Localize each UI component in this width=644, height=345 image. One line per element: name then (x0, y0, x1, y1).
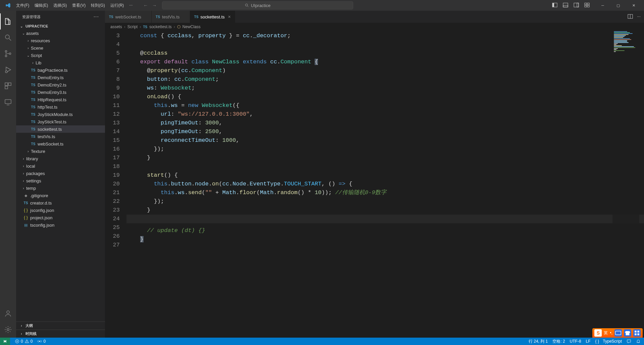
svg-rect-37 (635, 333, 637, 335)
command-search-box[interactable]: UIpractice (162, 1, 353, 9)
ime-keyboard-icon[interactable] (614, 329, 622, 337)
sidebar-more-icon[interactable]: ··· (94, 14, 99, 20)
customize-layout-icon[interactable] (584, 2, 590, 9)
status-bell-icon[interactable] (636, 339, 641, 344)
menu-view[interactable]: 查看(V) (69, 1, 88, 10)
minimap[interactable] (612, 31, 639, 338)
status-encoding[interactable]: UTF-8 (570, 339, 581, 344)
folder-lib[interactable]: ›Lib (16, 59, 105, 66)
file-testvis[interactable]: TStestVis.ts (16, 133, 105, 140)
activity-settings-icon[interactable] (0, 322, 16, 338)
folder-assets[interactable]: ⌄assets (16, 30, 105, 37)
nav-back-icon[interactable]: ← (143, 3, 148, 8)
tab-testvis[interactable]: TStestVis.ts× (152, 11, 190, 23)
status-eol[interactable]: LF (586, 339, 591, 344)
file-httptest[interactable]: TShttpTest.ts (16, 103, 105, 111)
toggle-primary-sidebar-icon[interactable] (552, 2, 557, 9)
breadcrumb[interactable]: assets › Script › TS sockettest.ts › ⬡ N… (105, 23, 644, 31)
ime-mode[interactable]: 英 (604, 330, 608, 336)
sidebar-outline[interactable]: ›大纲 (16, 322, 105, 330)
file-websocket[interactable]: TSwebSocket.ts (16, 140, 105, 148)
ime-punct[interactable]: •, (610, 331, 612, 335)
file-demoentry3[interactable]: TSDemoEntry3.ts (16, 89, 105, 96)
folder-local[interactable]: ›local (16, 162, 105, 170)
close-icon[interactable]: × (228, 14, 231, 19)
status-indent[interactable]: 空格: 2 (552, 339, 565, 344)
ime-toolbar[interactable]: S 英 •, (592, 328, 643, 338)
code-area[interactable]: 3456789101112131415161718192021222324252… (105, 31, 644, 338)
activity-remote-icon[interactable] (0, 94, 16, 110)
svg-point-31 (26, 342, 27, 342)
file-creator-dts[interactable]: TScreator.d.ts (16, 199, 105, 207)
error-icon (15, 339, 19, 344)
file-joysticktest[interactable]: TSJoyStickTest.ts (16, 118, 105, 125)
folder-scene[interactable]: ›Scene (16, 44, 105, 52)
folder-settings[interactable]: ›settings (16, 177, 105, 184)
toggle-panel-icon[interactable] (563, 2, 568, 9)
activity-account-icon[interactable] (0, 305, 16, 322)
activity-run-debug-icon[interactable] (0, 62, 16, 78)
code-content[interactable]: const { ccclass, property } = cc._decora… (126, 31, 644, 338)
search-icon (245, 3, 249, 7)
remote-indicator[interactable] (0, 338, 10, 345)
file-project-json[interactable]: { }project.json (16, 214, 105, 221)
tabs-right-actions: ··· (624, 14, 644, 20)
sidebar-timeline[interactable]: ›时间线 (16, 330, 105, 338)
breadcrumb-assets[interactable]: assets (110, 24, 122, 29)
file-sockettest[interactable]: TSsockettest.ts (16, 125, 105, 133)
folder-texture[interactable]: ›Texture (16, 148, 105, 155)
status-feedback-icon[interactable] (627, 339, 631, 344)
svg-point-17 (5, 71, 7, 73)
status-ports[interactable]: 0 (37, 339, 46, 344)
activity-explorer-icon[interactable] (0, 13, 16, 30)
menu-goto[interactable]: 转到(G) (88, 1, 107, 10)
breadcrumb-symbol[interactable]: NewClass (182, 24, 201, 29)
folder-packages[interactable]: ›packages (16, 170, 105, 177)
maximize-button[interactable]: ▢ (610, 0, 626, 11)
folder-temp[interactable]: ›temp (16, 184, 105, 192)
radio-icon (37, 339, 42, 344)
toggle-secondary-sidebar-icon[interactable] (574, 2, 579, 9)
menu-file[interactable]: 文件(F) (13, 1, 32, 10)
menu-select[interactable]: 选择(S) (51, 1, 69, 10)
breadcrumb-script[interactable]: Script (127, 24, 138, 29)
activity-extensions-icon[interactable] (0, 78, 16, 94)
svg-point-0 (246, 4, 248, 6)
svg-rect-6 (574, 3, 579, 7)
file-gitignore[interactable]: ◆.gitignore (16, 192, 105, 199)
project-root[interactable]: ⌄ UIPRACTICE (16, 23, 105, 30)
menu-run[interactable]: 运行(R) (108, 1, 127, 10)
breadcrumb-file[interactable]: sockettest.ts (149, 24, 172, 29)
tab-sockettest[interactable]: TSsockettest.ts× (190, 11, 235, 23)
folder-resources[interactable]: ›resources (16, 37, 105, 44)
file-demoentry[interactable]: TSDemoEntry.ts (16, 74, 105, 81)
folder-library[interactable]: ›library (16, 155, 105, 162)
ime-toolbox-icon[interactable] (633, 329, 641, 337)
menu-edit[interactable]: 编辑(E) (32, 1, 51, 10)
file-demoentry2[interactable]: TSDemoEntry2.ts (16, 81, 105, 89)
minimize-button[interactable]: ─ (595, 0, 610, 11)
folder-script[interactable]: ⌄Script (16, 52, 105, 59)
file-joystickmodule[interactable]: TSJoyStickModule.ts (16, 111, 105, 118)
status-language[interactable]: { } TypeScript (595, 339, 622, 344)
status-bar: 0 0 0 行 24, 列 1 空格: 2 UTF-8 LF { } TypeS… (0, 338, 644, 345)
svg-rect-3 (552, 3, 554, 7)
file-jsconfig[interactable]: { }jsconfig.json (16, 207, 105, 214)
svg-point-16 (9, 53, 11, 55)
close-button[interactable]: ✕ (626, 0, 641, 11)
tab-websocket[interactable]: TSwebSocket.ts× (105, 11, 152, 23)
activity-search-icon[interactable] (0, 30, 16, 46)
file-tsconfig[interactable]: ▤tsconfig.json (16, 221, 105, 229)
tabs-more-icon[interactable]: ··· (637, 14, 641, 20)
activity-source-control-icon[interactable] (0, 46, 16, 62)
status-cursor-pos[interactable]: 行 24, 列 1 (529, 339, 548, 344)
status-problems[interactable]: 0 0 (15, 339, 33, 344)
split-editor-icon[interactable] (628, 14, 633, 20)
file-httprequest[interactable]: TSHttpRequest.ts (16, 96, 105, 103)
file-bagpractice[interactable]: TSbagPractiece.ts (16, 66, 105, 74)
vscode-logo-icon (5, 3, 11, 8)
ime-skin-icon[interactable] (624, 329, 631, 337)
nav-forward-icon[interactable]: → (152, 3, 157, 8)
menu-more[interactable]: ··· (126, 1, 135, 10)
ime-logo-icon[interactable]: S (594, 329, 602, 337)
